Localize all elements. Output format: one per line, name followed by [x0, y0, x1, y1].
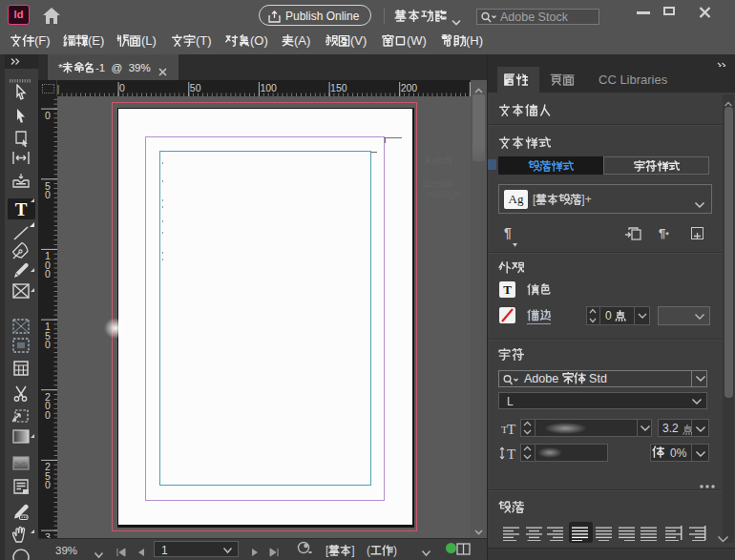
svg-text:0: 0: [45, 189, 51, 200]
svg-text:0: 0: [45, 339, 51, 350]
svg-text:0: 0: [45, 268, 51, 280]
svg-text:0: 0: [45, 479, 51, 490]
svg-text:0: 0: [119, 82, 125, 93]
svg-text:T: T: [507, 422, 515, 436]
svg-text:3: 3: [45, 531, 51, 538]
svg-text:0: 0: [45, 409, 51, 421]
svg-text:50: 50: [190, 82, 201, 93]
svg-text:200: 200: [401, 82, 418, 93]
svg-text:T: T: [15, 200, 28, 218]
svg-text:T: T: [507, 446, 515, 461]
svg-text:100: 100: [260, 82, 277, 93]
svg-text:150: 150: [330, 82, 347, 93]
svg-text:0: 0: [45, 110, 51, 121]
